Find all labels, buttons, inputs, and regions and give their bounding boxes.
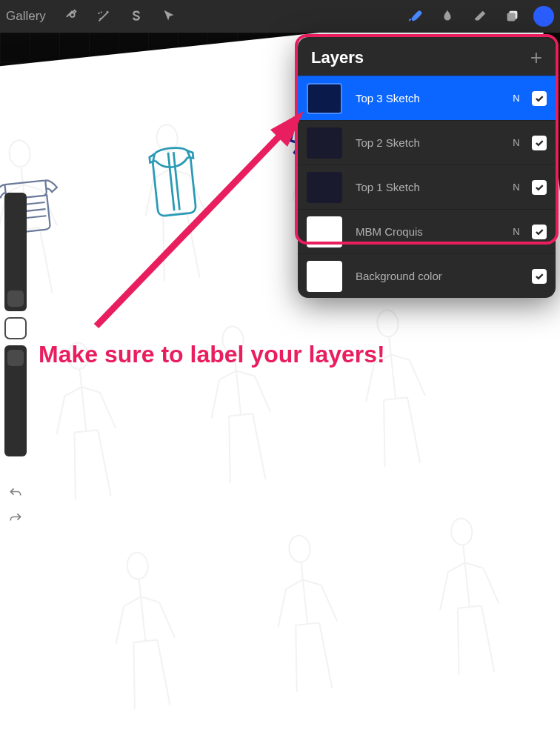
top-toolbar: Gallery (0, 0, 560, 33)
layer-row[interactable]: MBM Croquis N (298, 209, 556, 253)
modify-button[interactable] (4, 317, 27, 339)
layer-row[interactable]: Top 1 Sketch N (298, 165, 556, 209)
layer-visibility-checkbox[interactable] (532, 136, 547, 150)
layer-name-label: Top 3 Sketch (356, 92, 511, 104)
layer-visibility-checkbox[interactable] (532, 225, 547, 239)
layer-thumbnail (307, 261, 342, 292)
layer-thumbnail (307, 127, 342, 159)
brush-opacity-slider[interactable] (4, 345, 27, 456)
layer-visibility-checkbox[interactable] (532, 269, 547, 284)
left-controls (4, 193, 28, 459)
layer-name-label: Top 1 Sketch (356, 181, 511, 193)
adjustments-wand-icon[interactable] (90, 3, 117, 30)
layers-icon[interactable] (499, 3, 526, 30)
color-swatch[interactable] (533, 6, 554, 27)
selection-s-icon[interactable] (123, 3, 150, 30)
layers-panel: Layers + Top 3 Sketch N Top 2 Sketch N T… (298, 37, 556, 298)
layer-name-label: Background color (356, 270, 511, 282)
redo-button[interactable] (7, 511, 24, 527)
layer-thumbnail (307, 216, 342, 247)
svg-point-8 (126, 551, 150, 580)
gallery-button[interactable]: Gallery (6, 9, 46, 24)
layer-thumbnail (307, 172, 342, 203)
layer-name-label: MBM Croquis (356, 225, 511, 238)
svg-rect-1 (507, 13, 516, 21)
svg-point-9 (288, 534, 312, 563)
actions-wrench-icon[interactable] (58, 3, 84, 30)
layer-row[interactable]: Top 2 Sketch N (298, 120, 556, 165)
layer-row[interactable]: Top 3 Sketch N (298, 76, 556, 120)
brush-icon[interactable] (401, 3, 428, 30)
move-cursor-icon[interactable] (156, 3, 182, 30)
layer-thumbnail (307, 83, 342, 114)
layer-name-label: Top 2 Sketch (356, 136, 511, 149)
undo-button[interactable] (7, 485, 24, 502)
svg-point-6 (221, 325, 245, 354)
svg-point-10 (450, 517, 473, 546)
layer-blend-mode[interactable]: N (511, 226, 521, 237)
layer-blend-mode[interactable]: N (511, 137, 521, 148)
svg-point-5 (67, 342, 90, 370)
layers-panel-title: Layers (311, 48, 364, 67)
brush-size-slider[interactable] (4, 193, 27, 311)
layer-visibility-checkbox[interactable] (532, 91, 547, 106)
layer-blend-mode[interactable]: N (511, 182, 521, 193)
add-layer-button[interactable]: + (530, 47, 542, 68)
svg-point-2 (8, 139, 32, 168)
layer-row[interactable]: Background color (298, 253, 556, 298)
layer-visibility-checkbox[interactable] (532, 180, 547, 195)
smudge-icon[interactable] (434, 3, 461, 30)
svg-point-7 (376, 309, 400, 338)
eraser-icon[interactable] (467, 3, 493, 30)
layer-blend-mode[interactable]: N (511, 93, 521, 104)
